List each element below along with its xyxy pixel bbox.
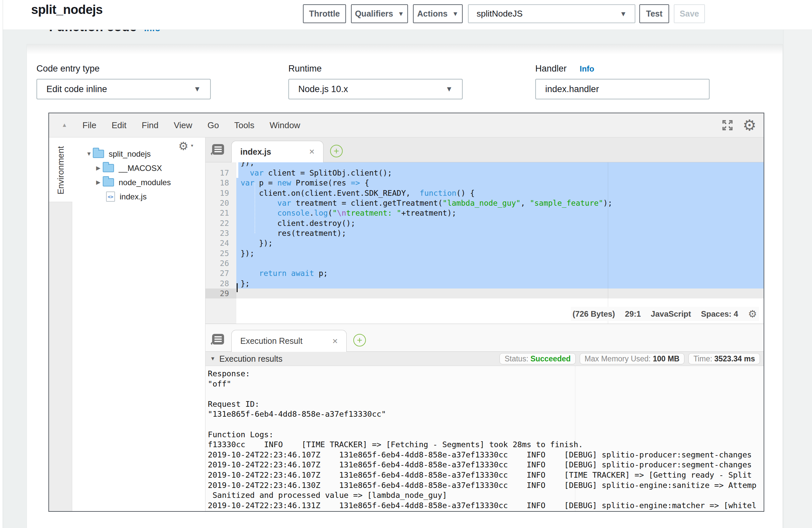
code-line-29[interactable]: [236, 289, 764, 298]
tree-item-indexjs[interactable]: <> index.js: [72, 189, 205, 204]
code-editing-area[interactable]: 17181920212223242526272829 }); var clien…: [205, 162, 764, 324]
line-number: 25: [205, 248, 236, 258]
new-tab-icon[interactable]: +: [353, 334, 366, 347]
handler-input[interactable]: index.handler: [535, 79, 710, 99]
collapse-menubar-icon[interactable]: ▲: [62, 122, 67, 129]
line-number: 28: [205, 279, 236, 289]
small-caret-down-icon: ▾: [191, 143, 193, 148]
indent-setting[interactable]: Spaces: 4: [701, 309, 738, 319]
code-line-20[interactable]: var treatment = client.getTreatment("lam…: [236, 198, 764, 208]
caret-down-icon[interactable]: ▼: [86, 151, 93, 157]
editor-menubar: ▲ FileEditFindViewGoToolsWindow ⚙: [49, 113, 764, 137]
save-button-disabled[interactable]: Save: [674, 4, 705, 23]
code-line-26[interactable]: [236, 258, 764, 268]
selection-highlight: [236, 238, 764, 248]
test-button[interactable]: Test: [639, 4, 669, 23]
caret-down-icon[interactable]: ▼: [210, 356, 215, 362]
code-line-22[interactable]: client.destroy();: [236, 218, 764, 228]
code-line-25[interactable]: });: [236, 248, 764, 258]
line-number: 22: [205, 218, 236, 228]
folder-icon: [93, 150, 104, 158]
execution-results-header: ▼ Execution results Status: Succeeded Ma…: [205, 352, 764, 366]
fullscreen-icon[interactable]: [721, 119, 734, 132]
tree-item-node_modules[interactable]: ▶node_modules: [72, 175, 205, 189]
execution-results-title: Execution results: [219, 354, 282, 364]
environment-tab[interactable]: Environment: [49, 137, 72, 202]
new-tab-icon[interactable]: +: [330, 145, 343, 157]
file-tree: ▼ split_nodejs ⚙ ▾ ▶__MACOSX▶node_module…: [72, 137, 205, 511]
execution-log-text: Response: "off" Request ID: "131e865f-6e…: [208, 369, 756, 511]
code-line-24[interactable]: });: [236, 238, 764, 248]
card-top-shade: [27, 44, 783, 54]
menu-file[interactable]: File: [83, 120, 97, 130]
editor-statusbar: (726 Bytes) 29:1 JavaScript Spaces: 4 ⚙: [571, 307, 759, 321]
menubar-items: FileEditFindViewGoToolsWindow: [67, 120, 300, 131]
line-number: 24: [205, 238, 236, 248]
page-right-margin: [783, 30, 812, 528]
editor-settings-gear-icon[interactable]: ⚙: [743, 118, 756, 133]
code-line-21[interactable]: console.log("\ntreatment: "+treatment);: [236, 208, 764, 218]
function-header: split_nodejs Throttle Qualifiers ▼ Actio…: [3, 0, 812, 30]
line-number: [205, 162, 236, 168]
status-badge: Status: Succeeded: [499, 353, 575, 364]
js-file-icon: <>: [106, 191, 115, 202]
code-line-27[interactable]: return await p;: [236, 268, 764, 278]
code-line-23[interactable]: res(treatment);: [236, 228, 764, 238]
code-line-partial[interactable]: });: [236, 162, 764, 168]
code-tabbar: index.js × +: [205, 137, 764, 162]
close-tab-icon[interactable]: ×: [309, 146, 315, 157]
line-number: 26: [205, 258, 236, 268]
code-line-17[interactable]: var client = SplitObj.client();: [236, 168, 764, 178]
menu-tools[interactable]: Tools: [234, 120, 255, 130]
menu-find[interactable]: Find: [142, 120, 159, 130]
line-number: 23: [205, 228, 236, 238]
chevron-down-icon: ▼: [446, 85, 453, 93]
tab-indexjs[interactable]: index.js ×: [231, 141, 323, 162]
menu-go[interactable]: Go: [207, 120, 219, 130]
panes-icon[interactable]: [211, 333, 225, 346]
line-number: 29: [205, 289, 236, 298]
chevron-down-icon: ▼: [193, 85, 201, 93]
throttle-button[interactable]: Throttle: [303, 4, 346, 23]
memory-badge: Max Memory Used: 100 MB: [580, 353, 684, 364]
menu-window[interactable]: Window: [270, 120, 300, 130]
tree-settings-gear-icon[interactable]: ⚙: [178, 140, 188, 153]
tab-execution-result[interactable]: Execution Result ×: [231, 330, 347, 352]
menu-edit[interactable]: Edit: [112, 120, 127, 130]
panes-icon[interactable]: [211, 144, 225, 156]
code-entry-type-label: Code entry type: [37, 63, 100, 74]
cloud9-editor: ▲ FileEditFindViewGoToolsWindow ⚙ Enviro…: [48, 113, 764, 512]
page-title: split_nodejs: [31, 3, 103, 17]
language-mode[interactable]: JavaScript: [651, 309, 691, 319]
line-number: 18: [205, 178, 236, 188]
print-margin: [608, 162, 608, 324]
caret-right-icon[interactable]: ▶: [96, 179, 103, 186]
handler-label: Handler: [535, 63, 567, 74]
time-badge: Time: 3523.34 ms: [688, 353, 760, 364]
runtime-select[interactable]: Node.js 10.x ▼: [288, 79, 463, 99]
caret-right-icon[interactable]: ▶: [96, 165, 103, 172]
code-line-19[interactable]: client.on(client.Event.SDK_READY, functi…: [236, 188, 764, 198]
code-lines[interactable]: }); var client = SplitObj.client();var p…: [236, 162, 764, 324]
runtime-label: Runtime: [288, 63, 322, 74]
environment-strip: Environment: [49, 137, 72, 511]
handler-info-link[interactable]: Info: [580, 64, 594, 74]
status-gear-icon[interactable]: ⚙: [748, 308, 757, 320]
execution-log-area: Response: "off" Request ID: "131e865f-6e…: [205, 366, 764, 511]
menu-view[interactable]: View: [174, 120, 192, 130]
code-entry-type-select[interactable]: Edit code inline ▼: [37, 79, 211, 99]
actions-dropdown-button[interactable]: Actions ▼: [413, 4, 463, 23]
tree-item-__macosx[interactable]: ▶__MACOSX: [72, 161, 205, 175]
code-line-18[interactable]: var p = new Promise(res => {: [236, 178, 764, 188]
qualifiers-dropdown-button[interactable]: Qualifiers ▼: [351, 4, 408, 23]
lambda-console-page: split_nodejs Throttle Qualifiers ▼ Actio…: [0, 0, 812, 528]
chevron-down-icon: ▼: [398, 10, 404, 17]
folder-icon: [103, 178, 114, 187]
line-number-gutter: 17181920212223242526272829: [205, 162, 236, 324]
file-size: (726 Bytes): [573, 309, 615, 319]
line-number: 27: [205, 268, 236, 278]
selection-highlight: [236, 258, 764, 268]
close-tab-icon[interactable]: ×: [332, 336, 338, 347]
test-event-select[interactable]: splitNodeJS ▼: [468, 4, 635, 23]
code-line-28[interactable]: };: [236, 279, 764, 289]
